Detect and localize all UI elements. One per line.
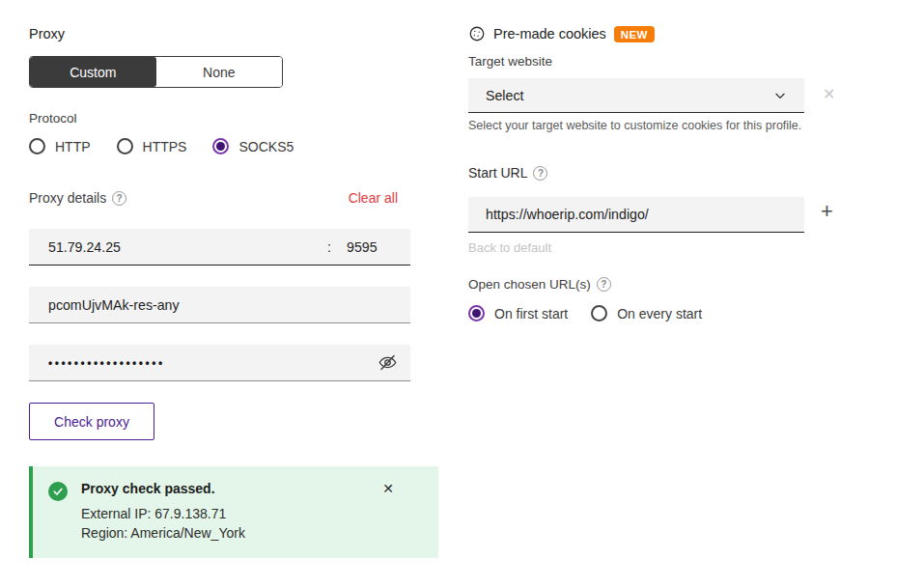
proxy-username-value: pcomUjvMAk-res-any bbox=[48, 297, 180, 313]
proxy-details-header: Proxy details Clear all bbox=[29, 190, 410, 206]
target-website-helper-text: Select your target website to customize … bbox=[468, 119, 801, 132]
check-proxy-button[interactable]: Check proxy bbox=[29, 403, 154, 440]
banner-external-ip: External IP: 67.9.138.71 bbox=[81, 505, 245, 524]
help-icon[interactable] bbox=[112, 191, 126, 206]
banner-content: Proxy check passed. External IP: 67.9.13… bbox=[81, 481, 245, 545]
start-url-label: Start URL bbox=[468, 165, 527, 181]
target-website-label: Target website bbox=[468, 54, 552, 69]
proxy-check-result-banner: Proxy check passed. External IP: 67.9.13… bbox=[29, 466, 438, 558]
proxy-mode-toggle: Custom None bbox=[29, 56, 283, 88]
add-url-button[interactable]: + bbox=[821, 201, 833, 222]
radio-selected-icon bbox=[212, 138, 229, 154]
protocol-radio-http[interactable]: HTTP bbox=[29, 138, 91, 154]
radio-selected-icon bbox=[468, 305, 485, 321]
open-urls-every-start-label: On every start bbox=[617, 306, 702, 321]
radio-unselected-icon bbox=[591, 305, 607, 321]
open-urls-radio-first-start[interactable]: On first start bbox=[468, 305, 568, 321]
help-icon[interactable] bbox=[533, 166, 547, 181]
protocol-radio-socks5-label: SOCKS5 bbox=[238, 139, 294, 154]
protocol-radio-https-label: HTTPS bbox=[143, 139, 187, 154]
back-to-default-link[interactable]: Back to default bbox=[468, 240, 551, 255]
premade-cookies-title: Pre-made cookies bbox=[493, 26, 606, 42]
protocol-radio-http-label: HTTP bbox=[55, 139, 91, 154]
proxy-section-title: Proxy bbox=[29, 26, 65, 42]
start-url-value: https://whoerip.com/indigo/ bbox=[486, 207, 649, 222]
protocol-label: Protocol bbox=[29, 111, 77, 126]
chevron-down-icon bbox=[773, 89, 787, 102]
open-urls-radio-every-start[interactable]: On every start bbox=[591, 305, 702, 321]
cookie-icon bbox=[468, 25, 486, 42]
banner-region: Region: America/New_York bbox=[81, 524, 245, 544]
new-badge: NEW bbox=[614, 26, 655, 42]
success-check-icon bbox=[48, 482, 68, 501]
clear-select-icon[interactable]: ✕ bbox=[823, 85, 835, 103]
radio-unselected-icon bbox=[29, 138, 45, 154]
proxy-mode-none-button[interactable]: None bbox=[156, 57, 283, 87]
proxy-password-masked-value: •••••••••••••••••• bbox=[48, 356, 165, 370]
protocol-radio-group: HTTP HTTPS SOCKS5 bbox=[29, 138, 294, 154]
target-website-select-value: Select bbox=[486, 88, 523, 103]
radio-unselected-icon bbox=[117, 138, 133, 154]
proxy-details-label: Proxy details bbox=[29, 190, 106, 206]
target-website-select[interactable]: Select bbox=[468, 78, 804, 113]
start-url-label-row: Start URL bbox=[468, 165, 547, 181]
open-urls-label-row: Open chosen URL(s) bbox=[468, 277, 611, 292]
close-icon[interactable]: ✕ bbox=[382, 481, 394, 496]
open-urls-first-start-label: On first start bbox=[494, 306, 568, 321]
open-urls-label: Open chosen URL(s) bbox=[468, 277, 591, 292]
proxy-port-input[interactable]: 9595 bbox=[331, 239, 391, 255]
protocol-radio-socks5[interactable]: SOCKS5 bbox=[212, 138, 294, 154]
proxy-password-input[interactable]: •••••••••••••••••• bbox=[29, 345, 410, 381]
premade-cookies-header: Pre-made cookies NEW bbox=[468, 25, 655, 42]
proxy-username-input[interactable]: pcomUjvMAk-res-any bbox=[29, 287, 410, 323]
proxy-host-port-field[interactable]: 51.79.24.25 : 9595 bbox=[29, 229, 410, 266]
banner-title: Proxy check passed. bbox=[81, 481, 245, 496]
open-urls-radio-group: On first start On every start bbox=[468, 305, 702, 321]
help-icon[interactable] bbox=[597, 277, 611, 292]
protocol-radio-https[interactable]: HTTPS bbox=[117, 138, 187, 154]
proxy-mode-custom-button[interactable]: Custom bbox=[30, 57, 156, 87]
toggle-password-visibility-button[interactable] bbox=[378, 352, 398, 373]
eye-off-icon bbox=[378, 352, 398, 373]
start-url-input[interactable]: https://whoerip.com/indigo/ bbox=[468, 197, 804, 233]
clear-all-link[interactable]: Clear all bbox=[349, 190, 410, 206]
proxy-ip-input[interactable]: 51.79.24.25 bbox=[48, 239, 327, 255]
